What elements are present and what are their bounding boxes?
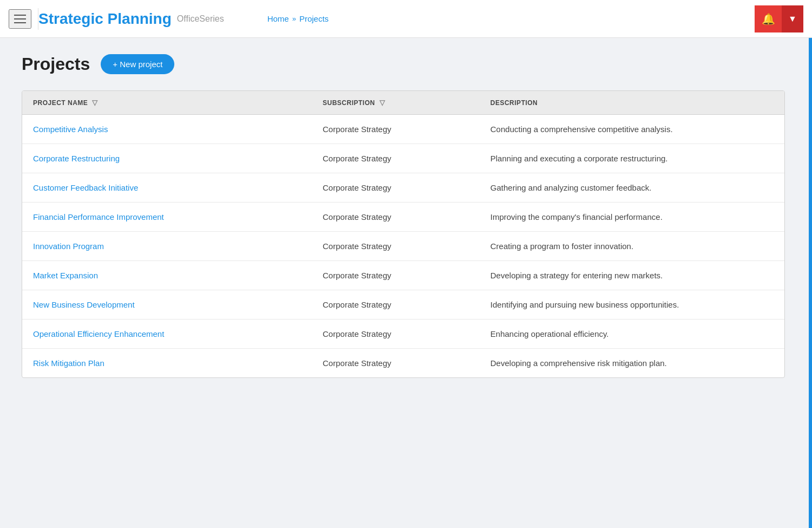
description-cell: Creating a program to foster innovation. — [480, 232, 784, 261]
project-link[interactable]: Financial Performance Improvement — [33, 212, 164, 221]
subscription-cell: Corporate Strategy — [312, 261, 480, 290]
description-cell: Enhancing operational efficiency. — [480, 320, 784, 349]
table-row: Customer Feedback InitiativeCorporate St… — [22, 173, 784, 203]
subscription-cell: Corporate Strategy — [312, 349, 480, 378]
project-link[interactable]: Competitive Analysis — [33, 125, 108, 134]
table-body: Competitive AnalysisCorporate StrategyCo… — [22, 115, 784, 378]
page-title: Projects — [22, 54, 90, 74]
description-cell: Developing a comprehensive risk mitigati… — [480, 349, 784, 378]
subscription-cell: Corporate Strategy — [312, 320, 480, 349]
bell-icon: 🔔 — [762, 12, 775, 25]
project-link[interactable]: New Business Development — [33, 300, 135, 309]
col-header-description: DESCRIPTION — [480, 91, 784, 115]
subscription-cell: Corporate Strategy — [312, 173, 480, 203]
project-link[interactable]: Market Expansion — [33, 271, 98, 280]
table-row: Market ExpansionCorporate StrategyDevelo… — [22, 261, 784, 290]
page-header: Projects + New project — [22, 54, 790, 74]
project-link[interactable]: Corporate Restructuring — [33, 154, 120, 163]
table-row: Innovation ProgramCorporate StrategyCrea… — [22, 232, 784, 261]
subscription-cell: Corporate Strategy — [312, 144, 480, 173]
description-cell: Gathering and analyzing customer feedbac… — [480, 173, 784, 203]
new-project-button[interactable]: + New project — [101, 54, 174, 74]
description-cell: Identifying and pursuing new business op… — [480, 290, 784, 320]
table-row: New Business DevelopmentCorporate Strate… — [22, 290, 784, 320]
project-link[interactable]: Operational Efficiency Enhancement — [33, 329, 164, 338]
subscription-cell: Corporate Strategy — [312, 203, 480, 232]
col-header-name: PROJECT NAME ▽ — [22, 91, 312, 115]
table-row: Competitive AnalysisCorporate StrategyCo… — [22, 115, 784, 144]
subscription-cell: Corporate Strategy — [312, 115, 480, 144]
breadcrumb-separator: » — [292, 15, 296, 23]
breadcrumb-home[interactable]: Home — [267, 14, 289, 23]
breadcrumb-current[interactable]: Projects — [299, 14, 329, 23]
main-header: Strategic Planning OfficeSeries Home » P… — [0, 0, 812, 38]
table-row: Risk Mitigation PlanCorporate StrategyDe… — [22, 349, 784, 378]
description-cell: Planning and executing a corporate restr… — [480, 144, 784, 173]
col-header-subscription: SUBSCRIPTION ▽ — [312, 91, 480, 115]
projects-table-container: PROJECT NAME ▽ SUBSCRIPTION ▽ DESCRIPTIO… — [22, 90, 785, 378]
breadcrumb: Home » Projects — [267, 14, 329, 23]
subscription-cell: Corporate Strategy — [312, 232, 480, 261]
hamburger-button[interactable] — [9, 9, 31, 29]
description-cell: Conducting a comprehensive competitive a… — [480, 115, 784, 144]
table-row: Operational Efficiency EnhancementCorpor… — [22, 320, 784, 349]
chevron-down-icon: ▼ — [788, 14, 797, 24]
project-link[interactable]: Risk Mitigation Plan — [33, 358, 104, 368]
project-link[interactable]: Innovation Program — [33, 242, 104, 251]
description-cell: Developing a strategy for entering new m… — [480, 261, 784, 290]
table-row: Corporate RestructuringCorporate Strateg… — [22, 144, 784, 173]
app-title: Strategic Planning — [38, 10, 172, 28]
table-header: PROJECT NAME ▽ SUBSCRIPTION ▽ DESCRIPTIO… — [22, 91, 784, 115]
filter-icon-name[interactable]: ▽ — [92, 99, 98, 107]
project-link[interactable]: Customer Feedback Initiative — [33, 183, 138, 192]
app-subtitle: OfficeSeries — [177, 14, 224, 24]
subscription-cell: Corporate Strategy — [312, 290, 480, 320]
table-row: Financial Performance ImprovementCorpora… — [22, 203, 784, 232]
filter-icon-subscription[interactable]: ▽ — [379, 99, 385, 107]
scrollbar-accent — [809, 38, 812, 528]
projects-table: PROJECT NAME ▽ SUBSCRIPTION ▽ DESCRIPTIO… — [22, 91, 784, 377]
header-dropdown-button[interactable]: ▼ — [782, 5, 803, 32]
description-cell: Improving the company's financial perfor… — [480, 203, 784, 232]
header-actions: 🔔 ▼ — [755, 5, 803, 32]
bell-button[interactable]: 🔔 — [755, 5, 782, 32]
main-content: Projects + New project PROJECT NAME ▽ SU… — [0, 38, 812, 394]
